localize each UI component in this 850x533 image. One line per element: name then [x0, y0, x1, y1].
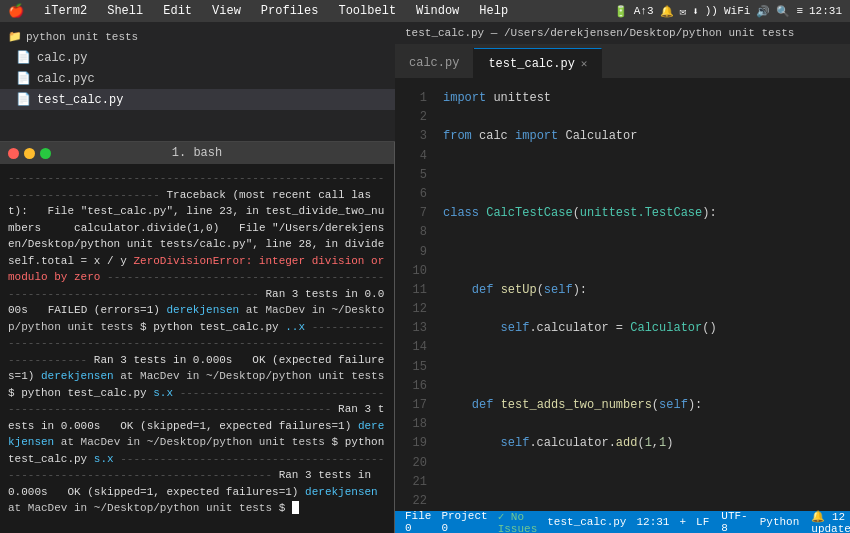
editor-area: 1 2 3 4 5 6 7 8 9 10 11 12 13 14 15 16 1… [395, 79, 850, 511]
line-num: 9 [395, 243, 427, 262]
test-py-file-icon: 📄 [16, 92, 31, 107]
line-num: 11 [395, 281, 427, 300]
at-macdev-3: at MacDev [54, 436, 120, 448]
menu-help[interactable]: Help [475, 2, 512, 20]
file-item-calc-py[interactable]: 📄 calc.py [0, 47, 395, 68]
dots-2: s.x [153, 387, 173, 399]
line-num: 1 [395, 89, 427, 108]
terminal-title: 1. bash [172, 146, 222, 160]
ok-skipped-1: OK (skipped=1, expected failures=1) [120, 420, 351, 432]
status-left: File 0 Project 0 ✓ No Issues test_calc.p… [405, 510, 686, 534]
code-line-3 [443, 166, 850, 185]
menu-window[interactable]: Window [412, 2, 463, 20]
menu-bar: 🍎 iTerm2 Shell Edit View Profiles Toolbe… [0, 0, 850, 22]
menu-view[interactable]: View [208, 2, 245, 20]
file-browser: 📁 python unit tests 📄 calc.py 📄 calc.pyc… [0, 22, 395, 142]
line-num: 8 [395, 223, 427, 242]
folder-icon: 📁 [8, 30, 22, 43]
username-1: derekjensen [166, 304, 239, 316]
code-line-5 [443, 243, 850, 262]
code-line-8 [443, 358, 850, 377]
terminal-titlebar: 1. bash [0, 142, 394, 164]
add-button[interactable]: + [679, 516, 686, 528]
cursor [292, 501, 299, 514]
menu-shell[interactable]: Shell [103, 2, 147, 20]
code-line-1: import unittest [443, 89, 850, 108]
path-2: in ~/Desktop/python unit tests [180, 370, 385, 382]
traffic-lights [8, 148, 51, 159]
line-num: 22 [395, 492, 427, 511]
code-editor[interactable]: import unittest from calc import Calcula… [435, 79, 850, 511]
close-button[interactable] [8, 148, 19, 159]
menu-profiles[interactable]: Profiles [257, 2, 323, 20]
prompt-2: derekjensen at MacDev in ~/Desktop/pytho… [41, 370, 384, 382]
ok-skipped-2: OK (skipped=1, expected failures=1) [67, 486, 298, 498]
dots-1: ..x [285, 321, 305, 333]
code-line-7: self.calculator = Calculator() [443, 319, 850, 338]
ran-3-tests-2: Ran 3 tests in 0.000s [94, 354, 233, 366]
file-name-calc-py: calc.py [37, 51, 87, 65]
file-name-calc-pyc: calc.pyc [37, 72, 95, 86]
code-line-10: self.calculator.add(1,1) [443, 434, 850, 453]
line-endings: LF [696, 516, 709, 528]
terminal-content[interactable]: ----------------------------------------… [0, 164, 394, 533]
encoding: UTF-8 [721, 510, 747, 533]
file-name-test-calc-py: test_calc.py [37, 93, 123, 107]
apple-menu[interactable]: 🍎 [8, 3, 24, 19]
tab-test-calc-py-label: test_calc.py [488, 57, 574, 71]
line-num: 16 [395, 377, 427, 396]
main-layout: 📁 python unit tests 📄 calc.py 📄 calc.pyc… [0, 22, 850, 533]
menu-toolbelt[interactable]: Toolbelt [334, 2, 400, 20]
cmd-1: $ python test_calc.py [140, 321, 279, 333]
line-num: 7 [395, 204, 427, 223]
blank-3 [107, 420, 114, 432]
line-num: 4 [395, 147, 427, 166]
time-display: 12:31 [636, 516, 669, 528]
dots-3: s.x [94, 453, 114, 465]
status-bar: File 0 Project 0 ✓ No Issues test_calc.p… [395, 511, 850, 533]
failed-line: FAILED (errors=1) [48, 304, 160, 316]
current-file: test_calc.py [547, 516, 626, 528]
code-line-4: class CalcTestCase(unittest.TestCase): [443, 204, 850, 223]
maximize-button[interactable] [40, 148, 51, 159]
minimize-button[interactable] [24, 148, 35, 159]
tab-calc-py[interactable]: calc.py [395, 48, 474, 78]
code-line-11 [443, 473, 850, 492]
username-4: derekjensen [305, 486, 378, 498]
blank-2 [239, 354, 246, 366]
tab-close-icon[interactable]: ✕ [581, 57, 588, 70]
pyc-file-icon: 📄 [16, 71, 31, 86]
editor-titlebar: test_calc.py — /Users/derekjensen/Deskto… [395, 22, 850, 44]
menu-iterm2[interactable]: iTerm2 [40, 2, 91, 20]
line-num: 10 [395, 262, 427, 281]
status-right: LF UTF-8 Python 🔔 12 updates [696, 510, 850, 534]
traceback-line2: calculator.divide(1,0) [48, 222, 220, 234]
line-num: 20 [395, 454, 427, 473]
tree-title: python unit tests [26, 31, 138, 43]
file-item-calc-pyc[interactable]: 📄 calc.pyc [0, 68, 395, 89]
file-tree: 📁 python unit tests 📄 calc.py 📄 calc.pyc… [0, 22, 395, 141]
line-num: 2 [395, 108, 427, 127]
line-num: 12 [395, 300, 427, 319]
blank-4 [54, 486, 61, 498]
line-num: 18 [395, 415, 427, 434]
line-num: 6 [395, 185, 427, 204]
language: Python [760, 516, 800, 528]
tab-test-calc-py[interactable]: test_calc.py ✕ [474, 48, 602, 78]
tab-calc-py-label: calc.py [409, 56, 459, 70]
menu-edit[interactable]: Edit [159, 2, 196, 20]
path-3: in ~/Desktop/python unit tests [120, 436, 325, 448]
at-macdev-1: at MacDev [239, 304, 305, 316]
line-num: 19 [395, 434, 427, 453]
file-item-test-calc-py[interactable]: 📄 test_calc.py [0, 89, 395, 110]
code-line-2: from calc import Calculator [443, 127, 850, 146]
username-2: derekjensen [41, 370, 114, 382]
tree-header: 📁 python unit tests [0, 26, 395, 47]
project-count: Project 0 [441, 510, 487, 533]
line-num: 17 [395, 396, 427, 415]
right-panel: test_calc.py — /Users/derekjensen/Deskto… [395, 22, 850, 533]
terminal-window: 1. bash --------------------------------… [0, 142, 394, 533]
py-file-icon: 📄 [16, 50, 31, 65]
blank-1 [34, 304, 41, 316]
updates[interactable]: 🔔 12 updates [811, 510, 850, 534]
